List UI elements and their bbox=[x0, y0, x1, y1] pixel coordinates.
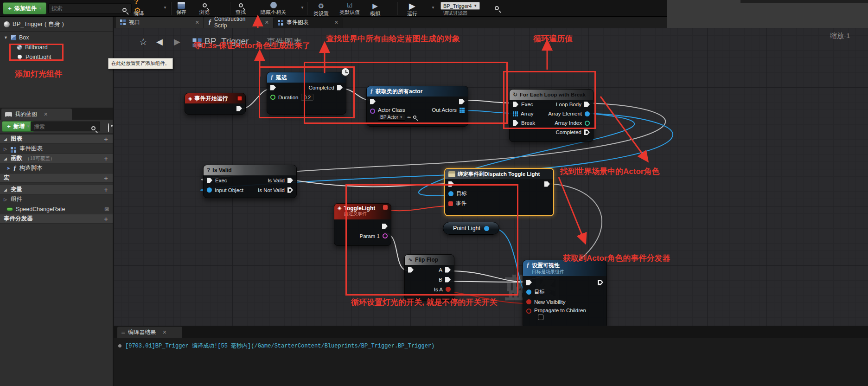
component-search-input[interactable] bbox=[48, 3, 132, 13]
propagate-checkbox[interactable] bbox=[538, 315, 543, 320]
compile-button[interactable]: ?⚙ 编译 bbox=[134, 1, 144, 16]
blueprint-search-input[interactable] bbox=[31, 122, 100, 131]
save-button[interactable]: 保存 bbox=[176, 1, 186, 16]
find-icon bbox=[236, 2, 245, 9]
is-not-valid-pin[interactable] bbox=[287, 187, 293, 193]
section-macros[interactable]: 宏 ＋ bbox=[0, 173, 113, 183]
actor-sphere-icon bbox=[4, 21, 10, 27]
closed-eye-icon[interactable]: ✉ bbox=[104, 206, 109, 212]
log-bullet-icon bbox=[118, 344, 121, 347]
collapse-arrow-icon[interactable]: ◢ bbox=[4, 137, 8, 142]
close-icon[interactable]: ✕ bbox=[162, 329, 166, 335]
collapse-arrow-icon[interactable]: ◢ bbox=[4, 187, 8, 192]
tab-my-blueprint[interactable]: 我的蓝图 ✕ bbox=[1, 109, 72, 120]
exec-out-pin[interactable] bbox=[598, 280, 603, 285]
item-construction-script[interactable]: ➤ ƒ 构造脚本 bbox=[0, 163, 113, 173]
exec-in-pin[interactable] bbox=[526, 280, 532, 285]
play-button[interactable]: ▶ 运行 bbox=[407, 1, 417, 16]
simulate-icon: ▶ bbox=[370, 2, 380, 10]
browse-icon bbox=[200, 2, 209, 9]
add-macro-icon[interactable]: ＋ bbox=[103, 174, 109, 182]
compiler-results-log[interactable]: [9703.01]BP_Trigger 编译成功![55 毫秒内](/Game/… bbox=[114, 338, 868, 386]
propagate-pin[interactable] bbox=[526, 309, 531, 314]
question-icon: ? bbox=[207, 167, 210, 174]
node-event-beginplay[interactable]: ◈ 事件开始运行 bbox=[185, 93, 246, 115]
graph-icon bbox=[11, 147, 13, 149]
close-icon[interactable]: ✕ bbox=[44, 111, 48, 117]
find-button[interactable]: 查找 bbox=[236, 1, 246, 16]
annotation-toggle-note: 循环设置灯光的开关, 就是不停的开关开关 bbox=[351, 297, 497, 308]
chevron-down-icon: ▼ bbox=[38, 6, 42, 11]
book-icon bbox=[5, 112, 12, 117]
annotation-add-light: 添加灯光组件 bbox=[15, 69, 62, 79]
tab-viewport[interactable]: 视口✕ bbox=[116, 17, 204, 28]
node-set-visibility[interactable]: ƒ 设置可视性 目标是场景组件 目标 New Visibility Propag… bbox=[523, 260, 607, 326]
add-component-button[interactable]: ＋ 添加组件 ▼ bbox=[3, 2, 46, 14]
component-row-box[interactable]: ▼ Box bbox=[0, 32, 113, 42]
browse-button[interactable]: 浏览 bbox=[199, 1, 210, 16]
is-valid-exec-pin[interactable] bbox=[287, 178, 293, 183]
debug-search-icon[interactable] bbox=[495, 6, 499, 10]
tab-compiler-results[interactable]: ≣ 编译器结果 ✕ bbox=[117, 327, 182, 338]
exec-out-pin[interactable] bbox=[544, 181, 550, 187]
bind-event-icon bbox=[448, 171, 455, 177]
target-pin[interactable] bbox=[526, 290, 531, 295]
exec-in-pin[interactable] bbox=[207, 178, 212, 183]
class-defaults-button[interactable]: ☑ 类默认值 bbox=[339, 1, 360, 16]
search-icon bbox=[122, 8, 127, 12]
section-variables[interactable]: ◢ 变量 ＋ bbox=[0, 185, 113, 194]
bookmark-star-icon[interactable]: ☆ bbox=[139, 36, 147, 47]
node-is-valid[interactable]: ? Is Valid Exec Is Valid Input Object Is… bbox=[203, 165, 297, 198]
section-functions[interactable]: ◢ 函数 （18可覆盖） ＋ bbox=[0, 154, 113, 163]
section-graphs[interactable]: ◢ 图表 ＋ bbox=[0, 134, 113, 144]
hide-unrelated-chevron-icon[interactable]: ▼ bbox=[300, 6, 304, 10]
graph-tabbar: 视口✕ ƒ Construction Scrip✕ 事件图表✕ bbox=[114, 17, 667, 28]
annotation-wait: 等0.3s 保证Actor角色生成出来了 bbox=[193, 40, 310, 51]
completed-pin[interactable] bbox=[584, 129, 590, 135]
simulate-button[interactable]: ▶ 模拟 bbox=[370, 1, 380, 16]
hide-unrelated-button[interactable]: 隐藏不相关 bbox=[261, 1, 286, 16]
play-options-chevron-icon[interactable]: ▼ bbox=[431, 6, 435, 10]
expand-arrow-icon[interactable]: ▷ bbox=[4, 147, 8, 151]
new-visibility-pin[interactable] bbox=[526, 299, 531, 304]
add-variable-icon[interactable]: ＋ bbox=[103, 186, 109, 194]
log-entry[interactable]: [9703.01]BP_Trigger 编译成功![55 毫秒内](/Game/… bbox=[114, 338, 868, 354]
function-icon: ƒ bbox=[13, 165, 16, 172]
item-speedchangerate[interactable]: SpeedChangeRate ✉ bbox=[0, 204, 113, 214]
toolbar-empty-area bbox=[667, 0, 868, 28]
tab-event-graph[interactable]: 事件图表✕ bbox=[274, 17, 343, 28]
add-dispatcher-icon[interactable]: ＋ bbox=[103, 215, 109, 223]
section-dispatchers[interactable]: 事件分发器 ＋ bbox=[0, 214, 113, 224]
compile-options-chevron-icon[interactable]: ▼ bbox=[163, 6, 167, 10]
expand-arrow-icon[interactable]: ▼ bbox=[4, 35, 8, 40]
expand-arrow-icon[interactable]: ▷ bbox=[4, 197, 8, 202]
close-icon[interactable]: ✕ bbox=[195, 19, 199, 26]
compile-icon: ?⚙ bbox=[134, 2, 143, 10]
exec-out-pin[interactable] bbox=[236, 106, 242, 111]
annotation-found-actor: 找到世界场景中的Actor角色 bbox=[560, 166, 659, 177]
visibility-filter-icon[interactable] bbox=[108, 123, 109, 132]
event-diamond-icon: ◈ bbox=[338, 205, 341, 211]
components-root-row[interactable]: BP_Trigger ( 自身 ) bbox=[0, 18, 113, 30]
save-icon bbox=[178, 2, 185, 9]
debug-object-dropdown[interactable]: BP_Trigger4 ▼ bbox=[440, 2, 480, 10]
add-function-icon[interactable]: ＋ bbox=[103, 154, 109, 163]
item-event-graph[interactable]: ▷ 事件图表 bbox=[0, 144, 113, 154]
collapse-arrow-icon[interactable]: ◢ bbox=[4, 156, 8, 161]
chevron-down-icon: ▼ bbox=[26, 124, 30, 129]
close-icon[interactable]: ✕ bbox=[334, 19, 338, 26]
chevron-down-icon: ▼ bbox=[473, 4, 477, 8]
tab-construction-script[interactable]: ƒ Construction Scrip✕ bbox=[204, 17, 274, 28]
close-icon[interactable]: ✕ bbox=[265, 19, 269, 26]
new-variable-button[interactable]: ＋ 新增 ▼ bbox=[2, 121, 34, 132]
back-arrow-icon[interactable]: ◀ bbox=[156, 37, 163, 47]
play-icon: ▶ bbox=[408, 2, 417, 10]
forward-arrow-icon[interactable]: ▶ bbox=[174, 37, 180, 47]
class-settings-button[interactable]: ⚙ 类设置 bbox=[313, 1, 329, 16]
event-graph-canvas[interactable]: ☆ ◀ ▶ BP_Trigger ＞ 事件图表 缩放-1 蓝图 等0.3s 保证… bbox=[114, 28, 868, 326]
hide-unrelated-icon bbox=[270, 2, 277, 8]
add-graph-icon[interactable]: ＋ bbox=[103, 135, 109, 143]
input-object-pin[interactable] bbox=[207, 187, 212, 193]
annotation-loop: 循环遍历值 bbox=[533, 33, 573, 44]
item-components-group[interactable]: ▷ 组件 bbox=[0, 194, 113, 204]
